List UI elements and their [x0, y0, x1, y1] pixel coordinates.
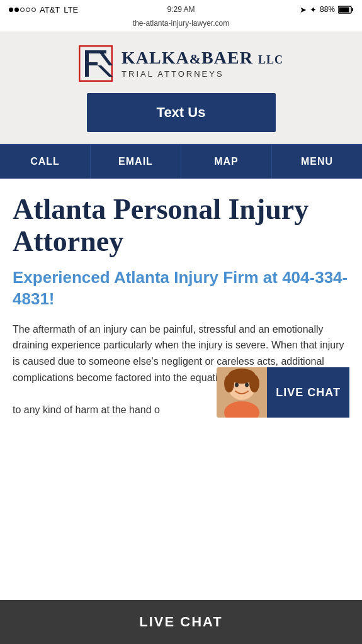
svg-point-12 — [224, 375, 234, 392]
battery-icon — [338, 6, 353, 14]
body-text-container: The aftermath of an injury can be painfu… — [13, 321, 349, 418]
nav-call[interactable]: CALL — [0, 145, 91, 179]
signal-dot-1 — [9, 8, 13, 12]
firm-name-amp: & — [189, 51, 201, 67]
svg-rect-1 — [352, 8, 354, 11]
page-title: Atlanta Personal Injury Attorney — [13, 194, 349, 257]
signal-dot-3 — [20, 8, 25, 12]
firm-name: KALKA&BAER LLC — [122, 48, 283, 68]
logo-text: KALKA&BAER LLC TRIAL ATTORNEYS — [122, 48, 283, 79]
chat-avatar — [217, 367, 267, 418]
location-icon: ➤ — [300, 5, 307, 14]
svg-rect-2 — [339, 7, 349, 12]
status-left: AT&T LTE — [9, 5, 78, 14]
signal-dots — [9, 8, 36, 12]
header: KALKA&BAER LLC TRIAL ATTORNEYS Text Us — [0, 31, 362, 144]
live-chat-popup[interactable]: LIVE CHAT — [217, 367, 349, 418]
text-us-button[interactable]: Text Us — [87, 93, 276, 132]
firm-name-suffix: LLC — [258, 53, 283, 66]
signal-dot-2 — [14, 8, 19, 12]
url-text: the-atlanta-injury-lawyer.com — [133, 19, 229, 28]
svg-point-13 — [249, 375, 259, 392]
firm-subtitle: TRIAL ATTORNEYS — [122, 69, 283, 79]
firm-name-part2: BAER — [201, 48, 253, 67]
carrier-label: AT&T — [40, 5, 60, 14]
battery-label: 88% — [320, 5, 335, 14]
signal-dot-4 — [26, 8, 30, 12]
svg-point-14 — [235, 383, 239, 387]
nav-map[interactable]: MAP — [181, 145, 272, 179]
svg-rect-6 — [85, 62, 98, 65]
main-content: Atlanta Personal Injury Attorney Experie… — [0, 179, 362, 430]
nav-menu[interactable]: MENU — [272, 145, 362, 179]
live-chat-label[interactable]: LIVE CHAT — [267, 367, 349, 418]
status-right: ➤ ✦ 88% — [300, 5, 353, 14]
nav-bar: CALL EMAIL MAP MENU — [0, 144, 362, 179]
nav-email[interactable]: EMAIL — [91, 145, 181, 179]
page-subtitle: Experienced Atlanta Injury Firm at 404-3… — [13, 267, 349, 310]
network-label: LTE — [64, 5, 78, 14]
body-text-truncated: to any kind of harm at the hand o — [13, 404, 160, 415]
firm-name-part1: KALKA — [122, 48, 189, 67]
svg-marker-8 — [98, 65, 113, 77]
logo-area: KALKA&BAER LLC TRIAL ATTORNEYS — [13, 45, 349, 82]
status-time: 9:29 AM — [167, 5, 195, 14]
url-bar: the-atlanta-injury-lawyer.com — [0, 18, 362, 31]
svg-point-15 — [245, 383, 249, 387]
signal-dot-5 — [31, 8, 36, 12]
status-bar: AT&T LTE 9:29 AM ➤ ✦ 88% — [0, 0, 362, 18]
bluetooth-icon: ✦ — [310, 5, 317, 14]
logo-icon — [79, 45, 113, 82]
